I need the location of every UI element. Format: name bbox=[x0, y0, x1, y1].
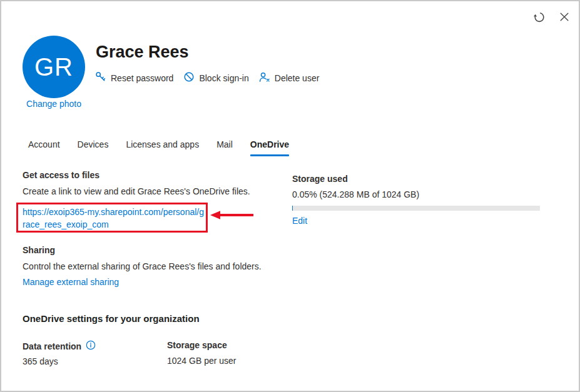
avatar-initials: GR bbox=[34, 53, 73, 81]
sharing-heading: Sharing bbox=[23, 245, 55, 255]
storage-edit-link[interactable]: Edit bbox=[292, 216, 307, 226]
sharing-description: Control the external sharing of Grace Re… bbox=[23, 261, 262, 271]
onedrive-files-link[interactable]: https://exoip365-my.sharepoint.com/perso… bbox=[23, 206, 205, 231]
data-retention-label: Data retention bbox=[23, 341, 81, 351]
reset-password-button[interactable]: Reset password bbox=[95, 71, 173, 84]
close-button[interactable] bbox=[556, 9, 572, 26]
storage-used-value: 0.05% (524.288 MB of 1024 GB) bbox=[292, 189, 419, 199]
red-annotation-arrow-icon bbox=[210, 210, 254, 222]
data-retention-value: 365 days bbox=[23, 356, 58, 366]
storage-space-value: 1024 GB per user bbox=[167, 356, 237, 366]
delete-user-icon bbox=[259, 72, 270, 84]
tab-account[interactable]: Account bbox=[23, 137, 66, 156]
refresh-icon bbox=[533, 11, 546, 25]
block-sign-in-label: Block sign-in bbox=[199, 73, 248, 83]
get-access-heading: Get access to files bbox=[23, 170, 99, 180]
storage-used-heading: Storage used bbox=[292, 174, 348, 184]
delete-user-label: Delete user bbox=[275, 73, 320, 83]
user-detail-tabs: Account Devices Licenses and apps Mail O… bbox=[23, 137, 295, 156]
close-icon bbox=[559, 11, 570, 24]
tab-licenses-and-apps[interactable]: Licenses and apps bbox=[120, 137, 205, 156]
data-retention-row: Data retention bbox=[23, 340, 96, 352]
block-icon bbox=[183, 71, 195, 84]
block-sign-in-button[interactable]: Block sign-in bbox=[183, 71, 248, 84]
info-icon[interactable] bbox=[86, 340, 96, 352]
delete-user-button[interactable]: Delete user bbox=[259, 72, 320, 84]
avatar: GR bbox=[23, 36, 85, 98]
get-access-description: Create a link to view and edit Grace Ree… bbox=[23, 186, 250, 196]
reset-password-label: Reset password bbox=[111, 73, 173, 83]
tab-devices[interactable]: Devices bbox=[72, 137, 114, 156]
storage-used-progress-bar bbox=[292, 206, 540, 211]
manage-external-sharing-link[interactable]: Manage external sharing bbox=[23, 277, 119, 287]
refresh-button[interactable] bbox=[531, 9, 547, 26]
tab-mail[interactable]: Mail bbox=[211, 137, 238, 156]
page-title: Grace Rees bbox=[96, 43, 189, 62]
storage-space-label: Storage space bbox=[167, 340, 227, 350]
change-photo-link[interactable]: Change photo bbox=[16, 99, 91, 109]
key-icon bbox=[95, 71, 106, 84]
user-action-bar: Reset password Block sign-in bbox=[95, 71, 319, 84]
org-settings-heading: OneDrive settings for your organization bbox=[23, 313, 200, 324]
user-details-panel: GR Change photo Grace Rees Reset passwor… bbox=[0, 0, 580, 392]
tab-onedrive[interactable]: OneDrive bbox=[245, 137, 295, 156]
